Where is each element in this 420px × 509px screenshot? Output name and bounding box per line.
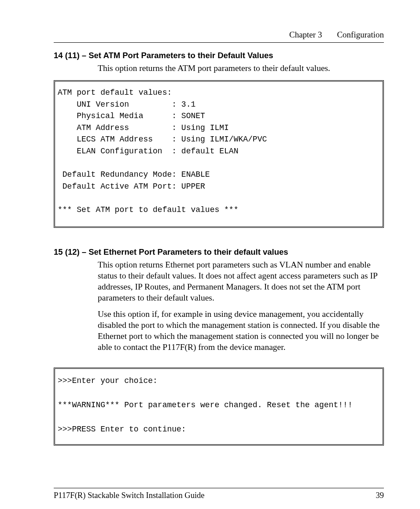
section-15-body-1: This option returns Ethernet port parame…	[98, 260, 384, 304]
header-chapter: Chapter 3	[289, 30, 322, 40]
section-15-body-2: Use this option if, for example in using…	[98, 309, 384, 353]
ethernet-reset-box: >>>Enter your choice: ***WARNING*** Port…	[54, 368, 384, 446]
footer-page-number: 39	[376, 491, 384, 500]
header-title: Configuration	[337, 30, 384, 40]
section-14-body: This option returns the ATM port paramet…	[98, 63, 384, 74]
page-footer: P117F(R) Stackable Switch Installation G…	[54, 488, 384, 500]
footer-guide-title: P117F(R) Stackable Switch Installation G…	[54, 491, 205, 500]
section-15-heading: 15 (12) – Set Ethernet Port Parameters t…	[54, 247, 384, 257]
section-14-heading: 14 (11) – Set ATM Port Parameters to the…	[54, 51, 384, 60]
atm-default-values-box: ATM port default values: UNI Version : 3…	[54, 80, 384, 228]
page-header: Chapter 3 Configuration	[54, 30, 384, 43]
